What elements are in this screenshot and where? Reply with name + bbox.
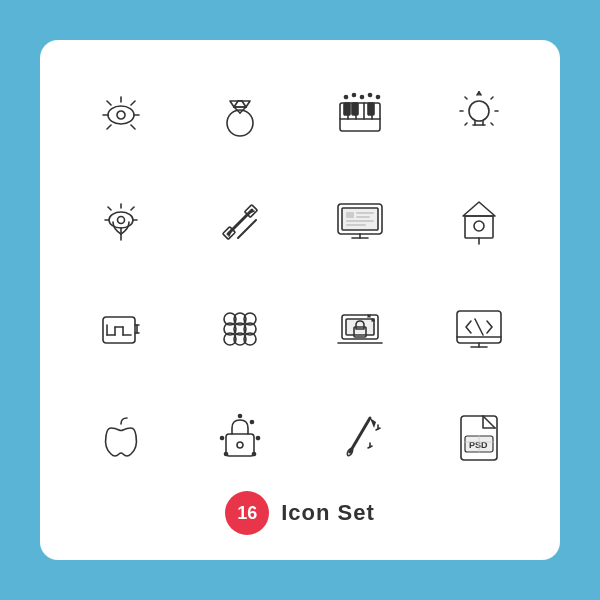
- svg-line-6: [131, 101, 135, 105]
- svg-line-39: [491, 97, 493, 99]
- svg-line-12: [242, 101, 246, 107]
- tools-icon: [200, 182, 280, 262]
- circles-icon: [200, 289, 280, 369]
- svg-marker-113: [370, 418, 376, 428]
- footer: 16 Icon Set: [225, 491, 375, 535]
- apple-icon: [81, 396, 161, 476]
- svg-point-1: [117, 111, 125, 119]
- eye-icon: [81, 75, 161, 155]
- svg-rect-23: [344, 103, 350, 115]
- idea-icon: [439, 75, 519, 155]
- svg-point-108: [225, 453, 228, 456]
- monitor-code-icon: [320, 182, 400, 262]
- svg-rect-72: [103, 317, 135, 343]
- svg-rect-65: [356, 216, 370, 218]
- svg-line-38: [465, 97, 467, 99]
- svg-point-110: [221, 437, 224, 440]
- svg-line-120: [483, 416, 495, 428]
- icon-grid: PSD: [70, 70, 530, 481]
- svg-marker-10: [230, 101, 250, 107]
- birdhouse-icon: [439, 182, 519, 262]
- svg-point-31: [469, 101, 489, 121]
- svg-line-5: [107, 101, 111, 105]
- svg-point-105: [237, 442, 243, 448]
- plant-eye-icon: [81, 182, 161, 262]
- code-monitor-icon: [439, 289, 519, 369]
- badge-number: 16: [237, 503, 257, 524]
- svg-rect-62: [342, 208, 378, 230]
- svg-text:PSD: PSD: [469, 440, 488, 450]
- svg-line-55: [234, 216, 246, 228]
- svg-line-41: [491, 123, 493, 125]
- svg-rect-63: [346, 212, 354, 218]
- svg-rect-66: [346, 220, 374, 222]
- footer-label: Icon Set: [281, 500, 375, 526]
- svg-line-8: [131, 125, 135, 129]
- svg-point-109: [253, 453, 256, 456]
- svg-point-44: [109, 212, 133, 228]
- svg-point-30: [376, 95, 379, 98]
- svg-line-7: [107, 125, 111, 129]
- svg-point-0: [108, 106, 134, 124]
- svg-line-11: [234, 101, 238, 107]
- svg-point-70: [474, 221, 484, 231]
- svg-line-112: [350, 418, 370, 452]
- svg-point-107: [251, 421, 254, 424]
- svg-point-26: [344, 95, 347, 98]
- svg-rect-25: [368, 103, 374, 115]
- icon-set-card: PSD 16 Icon Set: [40, 40, 560, 560]
- svg-line-50: [108, 207, 111, 210]
- shopping-icon: [320, 289, 400, 369]
- lock-icon: [200, 396, 280, 476]
- psd-file-icon: PSD: [439, 396, 519, 476]
- svg-rect-64: [356, 212, 374, 214]
- meteor-icon: [320, 396, 400, 476]
- ring-icon: [200, 75, 280, 155]
- svg-line-103: [475, 319, 483, 335]
- svg-rect-69: [465, 216, 493, 238]
- icon-count-badge: 16: [225, 491, 269, 535]
- svg-point-45: [117, 216, 124, 223]
- svg-rect-104: [226, 434, 254, 456]
- svg-point-9: [227, 110, 253, 136]
- svg-rect-67: [346, 224, 366, 226]
- svg-point-111: [257, 437, 260, 440]
- svg-marker-68: [463, 202, 495, 216]
- svg-point-27: [352, 93, 355, 96]
- svg-line-51: [131, 207, 134, 210]
- svg-point-29: [368, 93, 371, 96]
- battery-icon: [81, 289, 161, 369]
- svg-line-40: [465, 123, 467, 125]
- keyboard-icon: [320, 75, 400, 155]
- svg-point-106: [239, 415, 242, 418]
- svg-point-28: [360, 95, 363, 98]
- svg-rect-24: [352, 103, 358, 115]
